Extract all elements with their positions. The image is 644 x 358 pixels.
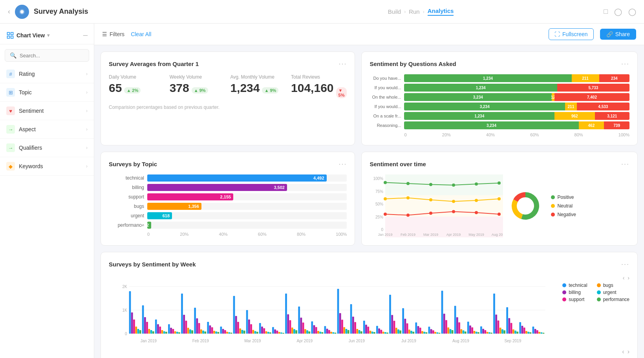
- next-page-button[interactable]: ›: [628, 348, 629, 355]
- chart-view-button[interactable]: Chart View ▾: [6, 31, 49, 39]
- user-icon[interactable]: ◯: [628, 7, 636, 16]
- weekly-bar: [237, 322, 239, 334]
- line-dot: [452, 210, 455, 213]
- weekly-bar: [363, 321, 365, 334]
- seg-red: 4,533: [577, 103, 629, 110]
- weekly-bar: [198, 323, 200, 334]
- weekly-bar: [178, 332, 180, 334]
- share-label: Share: [615, 31, 630, 37]
- weekly-bar: [159, 327, 161, 334]
- filter-bar: ☰ Filters Clear All ⛶ Fullscreen 🔗 Share: [94, 24, 644, 45]
- filters-label: Filters: [110, 31, 124, 37]
- line-dot: [452, 184, 455, 187]
- weekly-bar: [508, 318, 510, 334]
- weekly-bar: [498, 320, 499, 334]
- weekly-bar: [410, 331, 412, 334]
- line-dot: [452, 200, 455, 203]
- bar-value: 3,502: [274, 185, 285, 190]
- weekly-bar: [168, 324, 170, 334]
- line-chart-svg: 100%75%50%25%0Jan 2019Feb 2019Mar 2019Ap…: [370, 174, 503, 237]
- seg-yellow: 211: [565, 103, 577, 110]
- legend-label: bugs: [603, 283, 613, 288]
- legend-label: performance: [603, 297, 629, 302]
- bar-value: 1,356: [188, 204, 199, 209]
- stat-item: Total Reviews 104,160 ▼ 5%: [291, 74, 347, 98]
- surveys-topic-menu[interactable]: ···: [338, 160, 347, 168]
- weekly-legend-item: technical: [562, 283, 587, 288]
- weekly-bar: [267, 332, 269, 334]
- svg-text:May 2019: May 2019: [469, 233, 485, 237]
- back-button[interactable]: ‹: [8, 7, 10, 16]
- seg-green: 3,234: [404, 103, 565, 110]
- sentiment-time-menu[interactable]: ···: [621, 160, 629, 168]
- rating-icon: #: [6, 70, 15, 78]
- weekly-bar: [317, 331, 319, 334]
- weekly-bar: [313, 325, 315, 334]
- weekly-bar: [458, 322, 460, 334]
- dashboard-row-1: Survey Averages from Quarter 1 ··· Daily…: [101, 51, 638, 145]
- prev-button[interactable]: ‹: [623, 275, 625, 281]
- weekly-bar: [211, 327, 213, 334]
- next-button[interactable]: ›: [628, 275, 629, 281]
- sidebar-item-qualifiers[interactable]: → Qualifiers ›: [0, 139, 94, 157]
- weekly-bar: [146, 322, 148, 334]
- weekly-legend-item: performance: [597, 297, 629, 302]
- sidebar-item-topic[interactable]: ⊞ Topic ›: [0, 83, 94, 102]
- filters-button[interactable]: ☰ Filters: [102, 31, 124, 37]
- weekly-bar: [439, 333, 441, 334]
- fullscreen-button[interactable]: ⛶ Fullscreen: [549, 28, 594, 40]
- weekly-sentiment-menu[interactable]: ···: [621, 260, 629, 268]
- sidebar-item-aspect[interactable]: → Aspect ›: [0, 120, 94, 139]
- svg-text:Jan 2019: Jan 2019: [141, 339, 157, 343]
- sidebar-item-sentiment[interactable]: ♥ Sentiment ›: [0, 102, 94, 120]
- prev-page-button[interactable]: ‹: [622, 348, 624, 355]
- weekly-bar: [135, 327, 137, 334]
- weekly-bar: [408, 330, 410, 334]
- svg-text:50%: 50%: [375, 202, 383, 206]
- weekly-bar: [287, 314, 289, 334]
- weekly-bar: [480, 326, 482, 334]
- seg-red: 739: [604, 121, 629, 129]
- surveys-topic-card: Surveys by Topic ··· technical 4,492 bil…: [101, 152, 355, 246]
- app-title: Survey Analysis: [34, 7, 88, 16]
- copy-icon[interactable]: □: [604, 7, 608, 16]
- weekly-bar: [224, 330, 226, 334]
- seg-red: 5,733: [557, 84, 629, 92]
- search-input[interactable]: [20, 53, 84, 59]
- fullscreen-icon: ⛶: [554, 31, 560, 37]
- stat-item: Avg. Monthly Volume 1,234 ▲ 9%: [230, 74, 283, 98]
- seg-green: 3,234: [404, 93, 552, 101]
- nav-step-build[interactable]: Build: [388, 8, 401, 15]
- bar-label: billing: [109, 185, 144, 190]
- nav-step-analytics[interactable]: Analytics: [428, 7, 454, 16]
- weekly-bar: [443, 314, 445, 334]
- bar-value: 102: [142, 223, 149, 228]
- svg-rect-3: [11, 33, 13, 35]
- bar-track: 3,502: [147, 184, 347, 191]
- sentiment-questions-menu[interactable]: ···: [621, 60, 629, 68]
- weekly-bar: [315, 327, 317, 334]
- bar-fill: 4,492: [147, 174, 327, 182]
- sidebar-item-rating[interactable]: # Rating ›: [0, 65, 94, 83]
- sidebar-panel-button[interactable]: ─: [83, 32, 88, 39]
- clear-all-button[interactable]: Clear All: [131, 31, 151, 37]
- survey-averages-menu[interactable]: ···: [338, 60, 347, 68]
- svg-point-1: [20, 10, 24, 13]
- bar-label: support: [109, 194, 144, 200]
- sidebar-item-keywords[interactable]: ◆ Keywords ›: [0, 157, 94, 176]
- seg-green: 1,234: [404, 74, 571, 82]
- stat-badge: ▲ 9%: [262, 87, 278, 94]
- sidebar: Chart View ▾ ─ 🔍 # Rating › ⊞ Topic ›: [0, 24, 94, 358]
- line-dot: [475, 199, 478, 202]
- x-axis: 020%40%60%80%100%: [109, 232, 347, 237]
- filter-icon: ☰: [102, 31, 107, 37]
- legend-label: Negative: [557, 212, 576, 217]
- seg-red: 7,402: [554, 93, 629, 101]
- nav-step-run[interactable]: Run: [409, 8, 420, 15]
- line-dot: [498, 213, 501, 216]
- keywords-icon: ◆: [6, 162, 15, 171]
- share-button[interactable]: 🔗 Share: [600, 29, 636, 40]
- settings-icon[interactable]: ◯: [614, 7, 622, 16]
- weekly-bar: [395, 328, 397, 334]
- bar-label: performance: [109, 222, 144, 228]
